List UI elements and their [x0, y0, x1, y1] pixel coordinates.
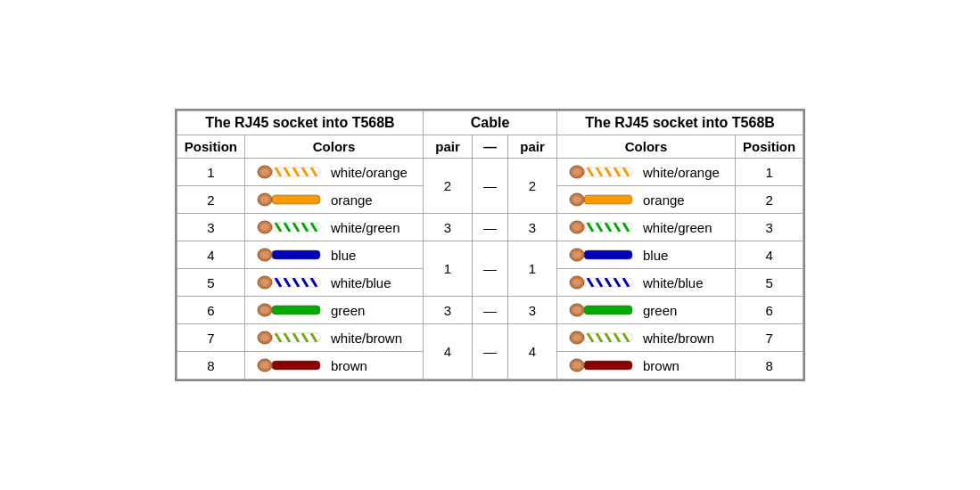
svg-point-56	[260, 279, 269, 286]
table-row: 3 white/green3—3 white/green3	[177, 214, 803, 241]
color-cell-right: brown	[557, 352, 736, 380]
col-header-pair-left: pair	[424, 135, 473, 159]
pair-right: 1	[508, 241, 557, 297]
color-label-right: white/blue	[643, 275, 704, 290]
pos-right: 5	[736, 269, 803, 297]
svg-point-71	[572, 306, 581, 314]
pos-right: 3	[736, 214, 803, 241]
svg-point-95	[572, 362, 581, 369]
color-label-left: white/orange	[331, 165, 408, 180]
color-label-right: blue	[643, 248, 668, 263]
color-cell-left: brown	[245, 352, 424, 380]
table-row: 4 blue1—1 blue4	[177, 241, 803, 269]
pair-left: 2	[424, 159, 473, 214]
svg-point-92	[260, 362, 269, 369]
color-label-right: brown	[643, 358, 679, 373]
pos-right: 8	[736, 352, 803, 380]
svg-rect-45	[584, 250, 632, 259]
pair-left: 1	[424, 241, 473, 297]
pos-left: 1	[177, 159, 244, 186]
cable-dash: —	[473, 324, 508, 380]
svg-point-89	[572, 334, 581, 341]
color-cell-right: white/orange	[557, 159, 736, 186]
color-cell-right: orange	[557, 186, 736, 214]
color-cell-left: white/green	[245, 214, 424, 241]
col-header-pair-right: pair	[508, 135, 557, 159]
pos-right: 6	[736, 297, 803, 324]
table-row: 6 green3—3 green6	[177, 297, 803, 324]
pair-left: 3	[424, 214, 473, 241]
color-cell-right: white/green	[557, 214, 736, 241]
pair-left: 3	[424, 297, 473, 324]
pos-right: 4	[736, 241, 803, 269]
pos-left: 3	[177, 214, 244, 241]
svg-rect-90	[272, 361, 320, 370]
color-label-left: white/green	[331, 220, 400, 235]
svg-rect-66	[272, 306, 320, 314]
color-label-left: white/brown	[331, 331, 402, 346]
svg-point-68	[260, 306, 269, 314]
pos-left: 5	[177, 269, 244, 297]
color-cell-right: green	[557, 297, 736, 324]
color-cell-left: green	[245, 297, 424, 324]
pos-right: 1	[736, 159, 803, 186]
svg-point-80	[260, 334, 269, 341]
col-header-pos-left: Position	[177, 135, 244, 159]
pair-right: 3	[508, 214, 557, 241]
pair-right: 4	[508, 324, 557, 380]
color-cell-right: blue	[557, 241, 736, 269]
pos-left: 6	[177, 297, 244, 324]
svg-point-20	[260, 196, 269, 203]
color-cell-left: orange	[245, 186, 424, 214]
svg-rect-18	[272, 195, 320, 204]
color-cell-right: white/brown	[557, 324, 736, 352]
pos-left: 7	[177, 324, 244, 352]
cable-dash: —	[473, 159, 508, 214]
color-label-right: orange	[643, 192, 685, 208]
table-row: 1 white/orange2—2 white/orange1	[177, 159, 803, 186]
col-header-pos-right: Position	[736, 135, 803, 159]
pair-right: 2	[508, 159, 557, 214]
svg-rect-21	[584, 195, 632, 204]
color-cell-left: blue	[245, 241, 424, 269]
svg-rect-69	[584, 306, 632, 314]
color-cell-left: white/orange	[245, 159, 424, 186]
pos-right: 7	[736, 324, 803, 352]
color-cell-left: white/blue	[245, 269, 424, 297]
svg-point-32	[260, 224, 269, 231]
col-header-dash: —	[473, 135, 508, 159]
svg-point-17	[572, 168, 581, 176]
svg-point-41	[572, 224, 581, 231]
color-label-left: white/blue	[331, 275, 391, 290]
color-label-right: white/brown	[643, 331, 714, 346]
color-cell-right: white/blue	[557, 269, 736, 297]
cable-section-header: Cable	[424, 111, 557, 135]
cable-dash: —	[473, 241, 508, 297]
col-header-colors-right: Colors	[557, 135, 736, 159]
pair-left: 4	[424, 324, 473, 380]
svg-rect-93	[584, 361, 632, 370]
pair-right: 3	[508, 297, 557, 324]
table-row: 7 white/brown4—4 white/brown7	[177, 324, 803, 352]
color-label-left: brown	[331, 358, 367, 373]
color-label-left: orange	[331, 192, 373, 208]
col-header-colors-left: Colors	[245, 135, 424, 159]
cable-dash: —	[473, 214, 508, 241]
pos-left: 8	[177, 352, 244, 380]
svg-rect-42	[272, 250, 320, 259]
rj45-table: The RJ45 socket into T568B Cable The RJ4…	[175, 109, 805, 381]
color-label-left: blue	[331, 248, 356, 263]
svg-point-8	[260, 168, 269, 176]
svg-point-65	[572, 279, 581, 286]
pos-left: 4	[177, 241, 244, 269]
color-label-left: green	[331, 303, 365, 318]
color-label-right: white/green	[643, 220, 712, 235]
left-section-header: The RJ45 socket into T568B	[177, 111, 423, 135]
color-label-right: green	[643, 303, 677, 318]
pos-right: 2	[736, 186, 803, 214]
cable-dash: —	[473, 297, 508, 324]
svg-point-47	[572, 251, 581, 258]
svg-point-23	[572, 196, 581, 203]
pos-left: 2	[177, 186, 244, 214]
color-label-right: white/orange	[643, 165, 720, 180]
